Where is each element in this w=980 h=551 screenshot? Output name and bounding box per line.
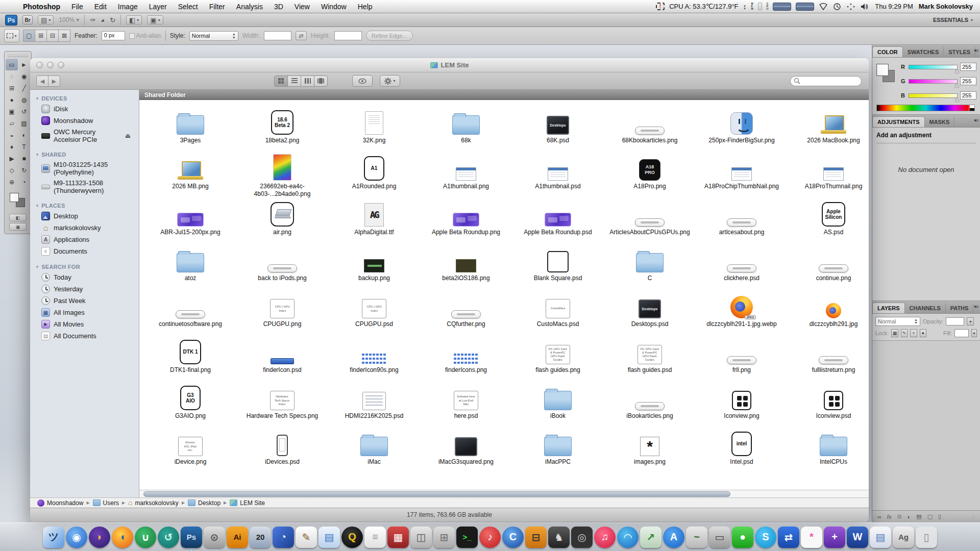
timer-dock-icon[interactable]: ◔	[273, 527, 294, 548]
file-item[interactable]: ABR-Jul15-200px.png	[144, 200, 236, 246]
file-item[interactable]: A1A1Rounded.png	[328, 154, 420, 200]
photos-dock-icon[interactable]: ▦	[387, 527, 409, 548]
tab-styles[interactable]: STYLES	[944, 47, 975, 57]
file-item[interactable]: C	[604, 246, 696, 292]
file-item[interactable]: CQfurther.png	[420, 292, 512, 338]
documents-dock-icon[interactable]: ▤	[870, 527, 891, 548]
quick-mask-button[interactable]: ◧	[9, 214, 27, 221]
lock-position-button[interactable]: +	[910, 329, 917, 337]
file-item[interactable]: 2026 MacBook.png	[788, 108, 869, 154]
workspace-switcher[interactable]: ESSENTIALS▾	[933, 17, 973, 23]
breadcrumb-lem-site[interactable]: LEM Site	[230, 499, 265, 507]
subtract-selection-button[interactable]: ⊟	[46, 30, 59, 42]
arrange-documents-button[interactable]: ◧▾	[126, 15, 142, 24]
breadcrumb-desktop[interactable]: Desktop	[188, 499, 220, 507]
quick-look-button[interactable]	[352, 75, 373, 87]
file-item[interactable]: 32K.png	[328, 108, 420, 154]
path-selection-tool-icon[interactable]: ▶	[6, 153, 18, 164]
new-selection-button[interactable]: ▢	[23, 30, 35, 42]
file-item[interactable]: A18 PROA18Pro.png	[604, 154, 696, 200]
sidebar-item-owc-mercury-accelsior-pcie[interactable]: OWC Mercury Accelsior PCIe⏏	[30, 127, 139, 145]
tab-masks[interactable]: MASKS	[925, 117, 955, 127]
speed-download-dock-icon[interactable]: 20	[250, 527, 271, 548]
file-item[interactable]: fulllistreturn.png	[788, 338, 869, 384]
file-item[interactable]: 68Kbookarticles.png	[604, 108, 696, 154]
opacity-dropdown[interactable]: ▼	[967, 317, 974, 325]
scrollbar-thumb[interactable]	[143, 491, 730, 497]
file-item[interactable]: IntelCPUs	[788, 430, 869, 475]
sidebar-item-desktop[interactable]: Desktop	[30, 210, 139, 222]
bridge-button[interactable]: Br	[22, 15, 33, 24]
zoom-level-dropdown[interactable]: 100% ▾	[59, 16, 79, 23]
style-select[interactable]: Normal▲▼	[189, 31, 238, 41]
menu-help[interactable]: Help	[352, 0, 378, 13]
folder-proxy-icon[interactable]	[430, 62, 438, 68]
spaces-icon[interactable]	[846, 3, 855, 11]
spot-healing-tool-icon[interactable]: ●	[6, 94, 18, 106]
tab-color[interactable]: COLOR	[872, 46, 903, 57]
file-item[interactable]: AGAlphaDigital.ttf	[328, 200, 420, 246]
file-item[interactable]: G3 AIOG3AIO.png	[144, 384, 236, 430]
file-item[interactable]: backup.png	[328, 246, 420, 292]
illustrator-dock-icon[interactable]: Ai	[227, 527, 248, 548]
tab-channels[interactable]: CHANNELS	[905, 303, 946, 313]
palette-grip[interactable]	[8, 54, 28, 57]
coverflow-view-button[interactable]	[314, 76, 328, 87]
file-item[interactable]: iBook	[512, 384, 604, 430]
feather-input[interactable]: 0 px	[102, 31, 125, 40]
file-item[interactable]: CustoMacsCustoMacs.psd	[512, 292, 604, 338]
menu-select[interactable]: Select	[173, 0, 204, 13]
file-item[interactable]: 68k	[420, 108, 512, 154]
sidebar-item-past-week[interactable]: Past Week	[30, 295, 139, 307]
file-item[interactable]: dlczzcyblh291.jpg	[788, 292, 869, 338]
photoshop-dock-icon[interactable]: Ps	[181, 527, 202, 548]
screen-mode-toggle[interactable]: ▣	[9, 223, 27, 231]
file-item[interactable]: PC GPU Card & PowerPC GPU Flash Guidesfl…	[604, 338, 696, 384]
file-item[interactable]: A1thumbnail.png	[420, 154, 512, 200]
file-item[interactable]: finderIcon90s.png	[328, 338, 420, 384]
notes-dock-icon[interactable]: ≡	[364, 527, 386, 548]
opacity-input[interactable]	[946, 317, 964, 325]
tab-paths[interactable]: PATHS	[946, 303, 974, 313]
new-layer-icon[interactable]: ▢	[927, 513, 933, 520]
sidebar-item-documents[interactable]: ≡Documents	[30, 245, 139, 257]
sidebar-item-marksokolovsky[interactable]: ⌂marksokolovsky	[30, 222, 139, 234]
menu-3d[interactable]: 3D	[268, 0, 289, 13]
disclosure-triangle-icon[interactable]: ▼	[35, 265, 39, 269]
ichat-dock-icon[interactable]: ●	[732, 527, 753, 548]
r-value-input[interactable]: 255	[960, 63, 976, 71]
eject-icon[interactable]: ⏏	[125, 132, 131, 139]
sidebar-item-m10-031225-1435-polyethyline-[interactable]: M10-031225-1435 (Polyethyline)	[30, 159, 139, 178]
file-item[interactable]: Apple Beta Roundup.psd	[512, 200, 604, 246]
disclosure-triangle-icon[interactable]: ▼	[35, 153, 39, 157]
file-item[interactable]: finderIcons.png	[420, 338, 512, 384]
time-machine-icon[interactable]	[832, 3, 842, 11]
3d-orbit-tool-icon[interactable]: ↻	[18, 164, 30, 176]
sidebar-item-yesterday[interactable]: Yesterday	[30, 283, 139, 295]
finder-dock-icon[interactable]: ツ	[43, 527, 64, 548]
pixelmator-dock-icon[interactable]: *	[801, 527, 822, 548]
r-slider[interactable]	[909, 65, 958, 69]
resize-grip[interactable]: ∴	[972, 514, 975, 519]
updown-arrows-icon[interactable]: ↕	[743, 3, 747, 11]
file-item[interactable]: clickhere.psd	[696, 246, 788, 292]
file-item[interactable]: Software here at Low End Machere.psd	[420, 384, 512, 430]
file-item[interactable]: 3Pages	[144, 108, 236, 154]
file-item[interactable]: Hardware Tech Specs IndexHardware Tech S…	[236, 384, 328, 430]
hand-tool-icon[interactable]: ⊕	[6, 176, 18, 188]
add-selection-button[interactable]: ⊞	[35, 30, 47, 42]
adjustment-layer-icon[interactable]: ◐	[908, 514, 911, 520]
menu-file[interactable]: File	[66, 0, 89, 13]
network-utility-dock-icon[interactable]: ⊞	[433, 527, 455, 548]
utorrent-dock-icon[interactable]: ∪	[135, 527, 156, 548]
file-item[interactable]: Iconview.psd	[788, 384, 869, 430]
file-item[interactable]: DTK 1DTK1-final.png	[144, 338, 236, 384]
remote-desktop-dock-icon[interactable]: +	[824, 527, 845, 548]
gradient-tool-icon[interactable]: ▨	[18, 117, 30, 129]
move-tool-icon[interactable]: ►	[18, 59, 30, 70]
disclosure-triangle-icon[interactable]: ▼	[35, 96, 39, 101]
file-item[interactable]: CPU / GPU IndexCPUGPU.psd	[328, 292, 420, 338]
sidebar-item-applications[interactable]: AApplications	[30, 234, 139, 245]
wifi-icon[interactable]	[819, 3, 828, 11]
stocks-dock-icon[interactable]: ↗	[640, 527, 662, 548]
